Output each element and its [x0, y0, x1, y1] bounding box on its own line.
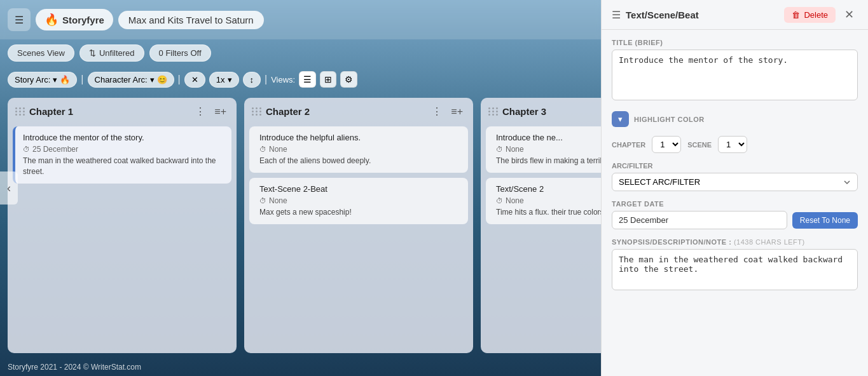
card-1-desc: The man in the weathered coat walked bac…	[23, 156, 224, 177]
card-3-none: None	[269, 196, 287, 205]
delete-button[interactable]: 🗑 Delete	[784, 7, 836, 23]
synopsis-label: SYNOPSIS/DESCRIPTION/NOTE : (1438 chars …	[612, 238, 858, 246]
sort-control[interactable]: ↕	[243, 72, 261, 88]
chars-left: (1438 chars left)	[734, 238, 805, 246]
list-view-button[interactable]: ☰	[299, 71, 316, 88]
card-1-meta: ⏱ 25 December	[23, 145, 224, 154]
cross-filter[interactable]: ✕	[184, 72, 205, 88]
scenes-view-button[interactable]: Scenes View	[8, 44, 74, 62]
zoom-label: 1x	[216, 75, 225, 84]
card-2-title: Introduce the helpful aliens.	[259, 133, 460, 142]
grid-icon: ⊞	[324, 74, 332, 84]
chapter-2-column: Chapter 2 ⋮ ≡+ Introduce the helpful ali…	[244, 98, 473, 353]
story-arc-dropdown-icon: ▾	[53, 75, 57, 84]
document-icon: ☰	[612, 9, 621, 21]
card-2[interactable]: Introduce the helpful aliens. ⏱ None Eac…	[249, 126, 468, 173]
panel-title: Text/Scene/Beat	[626, 10, 699, 20]
card-4-none: None	[506, 145, 524, 154]
scene-select[interactable]: 1 2 3	[718, 136, 747, 153]
trash-icon: 🗑	[792, 10, 800, 20]
chapter-1-actions: ⋮ ≡+	[193, 104, 229, 119]
sliders-icon: ⚙	[345, 74, 353, 84]
reset-date-button[interactable]: Reset To None	[792, 212, 858, 229]
date-row: 25 December Reset To None	[612, 211, 858, 229]
date-display: 25 December	[612, 211, 787, 229]
panel-body: TITLE (brief) ▾ HIGHLIGHT COLOR CHAPTER …	[602, 30, 868, 376]
arc-filter-field: ARC/FILTER SELECT ARC/FILTER	[612, 162, 858, 191]
card-3-title: Text-Scene 2-Beat	[259, 184, 460, 194]
filters-label: 0 Filters Off	[159, 48, 202, 58]
grid-view-button[interactable]: ⊞	[320, 71, 336, 88]
title-brief-label: TITLE (brief)	[612, 39, 858, 46]
story-arc-label: Story Arc:	[15, 75, 50, 84]
project-title-button[interactable]: Max and Kits Travel to Saturn	[118, 11, 264, 29]
delete-label: Delete	[804, 10, 828, 20]
column-3-drag-handle[interactable]	[488, 107, 499, 116]
brand-button[interactable]: 🔥 Storyfyre	[36, 9, 113, 30]
footer-text: Storyfyre 2021 - 2024 © WriterStat.com	[8, 363, 141, 372]
dropdown-icon: ▾	[618, 114, 623, 124]
card-1-title: Introduce the mentor of the story.	[23, 133, 224, 142]
card-3-desc: Max gets a new spaceship!	[259, 207, 460, 218]
card-5-none: None	[506, 196, 524, 205]
close-button[interactable]: ✕	[841, 6, 858, 23]
close-icon: ✕	[844, 8, 854, 21]
chapter-label: CHAPTER	[612, 141, 645, 149]
footer: Storyfyre 2021 - 2024 © WriterStat.com	[0, 358, 149, 376]
target-date-field: TARGET DATE 25 December Reset To None	[612, 200, 858, 229]
brand-label: Storyfyre	[62, 15, 104, 25]
zoom-dropdown-icon: ▾	[228, 75, 232, 84]
hamburger-icon: ☰	[15, 14, 24, 26]
panel-title-group: ☰ Text/Scene/Beat	[612, 9, 699, 21]
zoom-control[interactable]: 1x ▾	[209, 72, 239, 88]
chapter-2-more-button[interactable]: ⋮	[429, 104, 444, 119]
card-1[interactable]: Introduce the mentor of the story. ⏱ 25 …	[13, 126, 231, 184]
nav-left-arrow[interactable]: ‹	[0, 171, 18, 205]
chapter-2-header: Chapter 2 ⋮ ≡+	[244, 98, 473, 124]
chapter-2-add-button[interactable]: ≡+	[448, 105, 465, 119]
title-brief-input[interactable]	[612, 50, 858, 100]
character-arc-label: Character Arc:	[95, 75, 148, 84]
character-arc-filter[interactable]: Character Arc: ▾ 😊	[88, 72, 174, 88]
separator-3: |	[265, 74, 267, 85]
separator-1: |	[81, 74, 83, 85]
arc-filter-select[interactable]: SELECT ARC/FILTER	[612, 173, 858, 191]
chapter-1-add-button[interactable]: ≡+	[212, 105, 229, 119]
story-arc-filter[interactable]: Story Arc: ▾ 🔥	[8, 72, 77, 88]
clock-icon-5: ⏱	[496, 197, 503, 205]
chapter-1-more-button[interactable]: ⋮	[193, 104, 208, 119]
target-date-label: TARGET DATE	[612, 200, 858, 208]
filters-button[interactable]: 0 Filters Off	[149, 44, 211, 62]
card-3-meta: ⏱ None	[259, 196, 460, 205]
chapter-1-header: Chapter 1 ⋮ ≡+	[8, 98, 237, 124]
character-arc-face-icon: 😊	[157, 75, 167, 84]
card-2-none: None	[269, 145, 287, 154]
clock-icon-2: ⏱	[259, 145, 266, 153]
chapter-2-actions: ⋮ ≡+	[429, 104, 465, 119]
chapter-select[interactable]: 1 2 3	[652, 136, 681, 153]
settings-view-button[interactable]: ⚙	[340, 71, 357, 88]
panel-header: ☰ Text/Scene/Beat 🗑 Delete ✕	[602, 0, 868, 30]
column-2-drag-handle[interactable]	[252, 107, 262, 116]
sort-icon: ↕	[250, 75, 254, 84]
highlight-color-row: ▾ HIGHLIGHT COLOR	[612, 111, 858, 127]
chapter-2-title: Chapter 2	[266, 106, 310, 117]
project-title: Max and Kits Travel to Saturn	[128, 15, 254, 25]
separator-2: |	[178, 74, 181, 85]
card-2-desc: Each of the aliens bowed deeply.	[259, 156, 460, 166]
highlight-color-label: HIGHLIGHT COLOR	[634, 116, 705, 123]
cross-icon: ✕	[191, 75, 198, 84]
unfiltered-label: Unfiltered	[99, 48, 135, 58]
highlight-color-button[interactable]: ▾	[612, 111, 629, 127]
character-arc-dropdown-icon: ▾	[150, 75, 155, 84]
menu-button[interactable]: ☰	[8, 8, 31, 31]
chapter-scene-row: CHAPTER 1 2 3 SCENE 1 2 3	[612, 136, 858, 153]
synopsis-input[interactable]	[612, 249, 858, 290]
left-chevron-icon: ‹	[7, 182, 11, 195]
flame-icon: 🔥	[45, 13, 59, 27]
card-3[interactable]: Text-Scene 2-Beat ⏱ None Max gets a new …	[249, 178, 468, 224]
unfiltered-button[interactable]: ⇅ Unfiltered	[79, 44, 144, 62]
chapter-3-title: Chapter 3	[502, 106, 546, 117]
column-drag-handle[interactable]	[15, 107, 25, 116]
title-brief-field: TITLE (brief)	[612, 39, 858, 102]
